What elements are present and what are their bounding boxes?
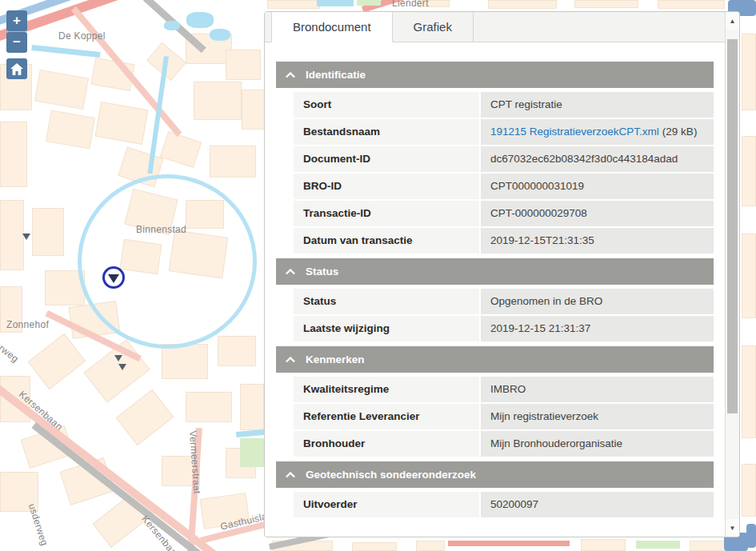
scroll-up-icon: ▲ [730, 18, 736, 25]
row-value: Opgenomen in de BRO [481, 289, 714, 314]
row-label: Kwaliteitsregime [294, 377, 479, 402]
tab-bar: Brondocument Grafiek [265, 12, 725, 42]
section-header-identificatie[interactable]: Identificatie [276, 62, 714, 88]
row-value: IMBRO [481, 377, 714, 402]
row-label: Document-ID [294, 146, 479, 172]
chevron-up-icon [286, 472, 295, 478]
file-size-text: (29 kB) [662, 126, 698, 138]
zoom-in-button[interactable]: + [6, 10, 27, 31]
map-place-label: kerweg [0, 336, 21, 365]
row-label: Bestandsnaam [294, 119, 479, 145]
map-marker[interactable] [102, 266, 125, 289]
row-label: Soort [294, 92, 479, 118]
home-button[interactable] [6, 58, 27, 79]
section-header-status[interactable]: Status [276, 258, 714, 285]
chevron-up-icon [286, 269, 295, 275]
table-row: Status Opgenomen in de BRO [294, 289, 714, 314]
row-label: Laatste wijziging [294, 316, 479, 341]
row-label: Status [294, 289, 479, 314]
table-row: BRO-ID CPT000000031019 [294, 174, 714, 199]
map-place-label: Liendert [392, 0, 429, 9]
zoom-out-button[interactable]: − [6, 32, 27, 53]
section-title: Identificatie [306, 69, 366, 81]
row-label: Bronhouder [294, 431, 479, 457]
row-value: dc67032ec62b08342f3d0c443184adad [481, 146, 714, 172]
table-row: Bestandsnaam 191215 RegistratieverzoekCP… [294, 119, 714, 145]
table-row: Bronhouder Mijn Bronhouderorganisatie [294, 431, 714, 457]
map-place-label: Zonnehof [6, 319, 49, 330]
row-value: CPT000000031019 [481, 174, 714, 199]
row-value: 2019-12-15T21:31:35 [481, 228, 714, 254]
scroll-down-icon: ▼ [730, 525, 736, 532]
map-place-label: usderweg [26, 502, 50, 547]
table-row: Document-ID dc67032ec62b08342f3d0c443184… [294, 146, 714, 172]
home-icon [10, 63, 23, 75]
viewer-window: De Koppel Liendert Binnenstad Zonnehof k… [0, 0, 756, 551]
row-label: BRO-ID [294, 174, 479, 199]
row-label: Datum van transactie [294, 228, 479, 254]
row-label: Uitvoerder [294, 492, 479, 517]
row-value: Mijn registratieverzoek [481, 404, 714, 429]
map-place-label: De Koppel [58, 30, 106, 42]
tab-brondocument[interactable]: Brondocument [271, 12, 393, 42]
scrollbar-thumb[interactable] [727, 39, 738, 413]
table-row: Transactie-ID CPT-000000029708 [294, 201, 714, 226]
row-value: 191215 RegistratieverzoekCPT.xml(29 kB) [481, 119, 714, 145]
table-row: Soort CPT registratie [294, 92, 714, 118]
scroll-up-button[interactable]: ▲ [726, 12, 739, 30]
table-row: Kwaliteitsregime IMBRO [294, 377, 714, 402]
table-row: Referentie Leverancier Mijn registratiev… [294, 404, 714, 429]
chevron-up-icon [286, 357, 295, 363]
tab-grafiek[interactable]: Grafiek [393, 12, 474, 42]
row-value: CPT-000000029708 [481, 201, 714, 226]
row-value: 2019-12-15 21:31:37 [481, 316, 714, 341]
marker-triangle-icon [108, 274, 119, 283]
section-title: Status [306, 266, 338, 277]
scroll-down-button[interactable]: ▼ [726, 519, 739, 537]
map-place-label: Binnenstad [136, 224, 186, 235]
section-title: Kenmerken [306, 353, 365, 365]
section-header-kenmerken[interactable]: Kenmerken [276, 346, 714, 373]
row-label: Transactie-ID [294, 201, 479, 226]
row-label: Referentie Leverancier [294, 404, 479, 429]
section-header-geotechnisch-sondeeronderzoek[interactable]: Geotechnisch sondeeronderzoek [276, 461, 714, 488]
detail-panel: Brondocument Grafiek Identificatie Soort… [264, 11, 740, 537]
row-value: 50200097 [481, 492, 714, 517]
chevron-up-icon [286, 72, 295, 78]
table-row: Datum van transactie 2019-12-15T21:31:35 [294, 228, 714, 254]
row-value: Mijn Bronhouderorganisatie [481, 431, 714, 457]
brondocument-content: Identificatie Soort CPT registratie Best… [265, 42, 725, 537]
row-value: CPT registratie [481, 92, 714, 118]
table-row: Laatste wijziging 2019-12-15 21:31:37 [294, 316, 714, 341]
table-row: Uitvoerder 50200097 [294, 492, 714, 517]
panel-scrollbar[interactable]: ▲ ▼ [725, 12, 739, 537]
section-title: Geotechnisch sondeeronderzoek [306, 469, 476, 481]
file-download-link[interactable]: 191215 RegistratieverzoekCPT.xml [490, 126, 659, 138]
